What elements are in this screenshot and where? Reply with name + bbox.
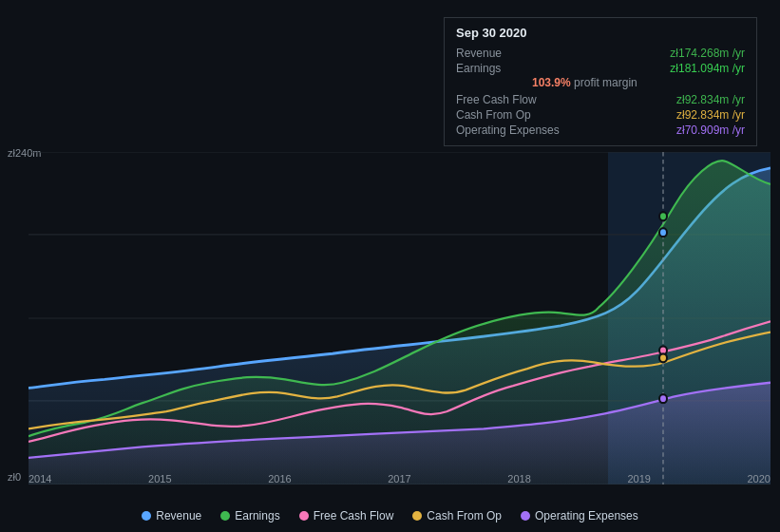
tooltip-row-earnings: Earnings zł181.094m /yr [456,61,745,76]
svg-point-10 [659,394,667,403]
tooltip-row-cashfromop: Cash From Op zł92.834m /yr [456,107,745,123]
tooltip-row-fcf: Free Cash Flow zł92.834m /yr [456,92,745,107]
opex-value: zł70.909m /yr [676,124,745,137]
legend-label-cashfromop: Cash From Op [427,509,502,522]
x-label-2019: 2019 [627,467,650,484]
x-label-2014: 2014 [29,467,51,484]
legend-earnings[interactable]: Earnings [220,509,279,522]
tooltip-box: Sep 30 2020 Revenue zł174.268m /yr Earni… [444,17,757,146]
legend-fcf[interactable]: Free Cash Flow [299,509,394,522]
x-label-2020: 2020 [747,467,770,484]
x-label-2017: 2017 [388,467,410,484]
legend-dot-revenue [142,511,151,521]
legend-opex[interactable]: Operating Expenses [521,509,638,522]
legend-label-revenue: Revenue [156,509,201,522]
legend-label-fcf: Free Cash Flow [314,509,394,522]
x-label-2018: 2018 [507,467,530,484]
x-label-2015: 2015 [148,467,171,484]
legend-dot-earnings [220,511,230,521]
legend-label-opex: Operating Expenses [535,509,638,522]
fcf-value: zł92.834m /yr [676,93,745,106]
fcf-label: Free Cash Flow [456,93,537,106]
legend-revenue[interactable]: Revenue [142,509,201,522]
legend-dot-cashfromop [412,511,422,521]
legend-label-earnings: Earnings [235,509,279,522]
cashfromop-label: Cash From Op [456,108,531,122]
profit-pct: 103.9% [532,76,571,89]
tooltip-row-opex: Operating Expenses zł70.909m /yr [456,123,745,138]
revenue-label: Revenue [456,47,502,60]
cashfromop-value: zł92.834m /yr [676,108,745,122]
earnings-value: zł181.094m /yr [670,62,745,75]
y-label-bottom: zł0 [8,471,21,483]
svg-point-7 [659,212,667,220]
legend-dot-opex [521,511,530,521]
profit-margin-row: 103.9% profit margin [456,76,745,89]
opex-label: Operating Expenses [456,124,560,137]
chart-svg [29,152,770,484]
chart-legend: Revenue Earnings Free Cash Flow Cash Fro… [0,509,780,522]
chart-container: Sep 30 2020 Revenue zł174.268m /yr Earni… [0,0,780,532]
earnings-label: Earnings [456,62,501,75]
profit-margin-text: profit margin [571,76,637,89]
revenue-value: zł174.268m /yr [670,47,745,60]
legend-cashfromop[interactable]: Cash From Op [412,509,502,522]
tooltip-row-revenue: Revenue zł174.268m /yr [456,46,745,61]
x-label-2016: 2016 [268,467,291,484]
svg-point-9 [659,353,667,362]
svg-point-6 [659,228,667,237]
x-axis: 2014 2015 2016 2017 2018 2019 2020 [29,467,770,484]
legend-dot-fcf [299,511,309,521]
tooltip-title: Sep 30 2020 [456,26,745,40]
